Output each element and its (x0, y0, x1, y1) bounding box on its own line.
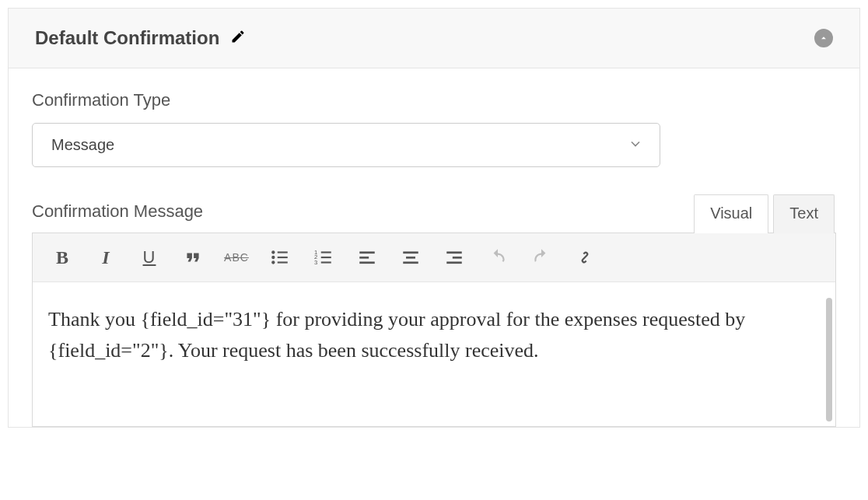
editor-content[interactable]: Thank you {field_id="31"} for providing … (48, 304, 820, 367)
align-center-button[interactable] (389, 241, 432, 274)
numbered-list-button[interactable]: 123 (302, 241, 345, 274)
svg-point-0 (271, 250, 275, 253)
underline-button[interactable]: U (128, 241, 171, 274)
wysiwyg-editor: B I U ABC 123 (32, 233, 836, 427)
svg-rect-14 (359, 261, 375, 264)
editor-tabs: Visual Text (694, 194, 835, 233)
svg-rect-4 (278, 257, 288, 258)
svg-rect-13 (359, 257, 369, 259)
editor-body: Thank you {field_id="31"} for providing … (33, 282, 835, 426)
svg-rect-9 (321, 251, 331, 253)
svg-rect-17 (403, 261, 418, 264)
svg-rect-3 (278, 251, 288, 253)
confirmation-type-select[interactable]: Message (32, 123, 660, 167)
svg-point-1 (271, 256, 275, 259)
svg-text:3: 3 (314, 259, 317, 266)
svg-rect-15 (403, 251, 418, 253)
bold-button[interactable]: B (40, 241, 84, 274)
tab-visual[interactable]: Visual (694, 194, 768, 233)
redo-button[interactable] (520, 241, 563, 274)
svg-rect-19 (453, 257, 462, 259)
strikethrough-button[interactable]: ABC (215, 241, 258, 274)
edit-icon[interactable] (230, 27, 246, 49)
confirmation-panel: Default Confirmation Confirmation Type M… (8, 8, 860, 428)
italic-button[interactable]: I (84, 241, 128, 274)
scrollbar[interactable] (826, 298, 832, 421)
panel-title: Default Confirmation (35, 27, 219, 49)
editor-toolbar: B I U ABC 123 (33, 233, 835, 282)
tab-text[interactable]: Text (773, 194, 835, 233)
svg-point-2 (271, 260, 275, 264)
svg-rect-10 (321, 257, 331, 258)
svg-rect-16 (406, 257, 415, 259)
svg-rect-5 (278, 261, 288, 263)
undo-button[interactable] (476, 241, 520, 274)
panel-header: Default Confirmation (9, 9, 859, 68)
confirmation-message-label: Confirmation Message (32, 201, 203, 222)
svg-rect-12 (359, 251, 375, 253)
panel-title-wrap: Default Confirmation (35, 27, 246, 49)
collapse-button[interactable] (814, 29, 833, 47)
svg-rect-20 (446, 261, 462, 264)
svg-rect-18 (446, 251, 462, 253)
confirmation-type-select-wrap: Message (32, 123, 660, 167)
align-right-button[interactable] (432, 241, 476, 274)
link-button[interactable] (563, 241, 607, 274)
confirmation-type-label: Confirmation Type (32, 90, 836, 110)
bullet-list-button[interactable] (258, 241, 302, 274)
message-header-row: Confirmation Message Visual Text (32, 194, 836, 233)
panel-body: Confirmation Type Message Confirmation M… (9, 68, 859, 427)
align-left-button[interactable] (345, 241, 389, 274)
blockquote-button[interactable] (171, 241, 215, 274)
svg-rect-11 (321, 261, 331, 263)
